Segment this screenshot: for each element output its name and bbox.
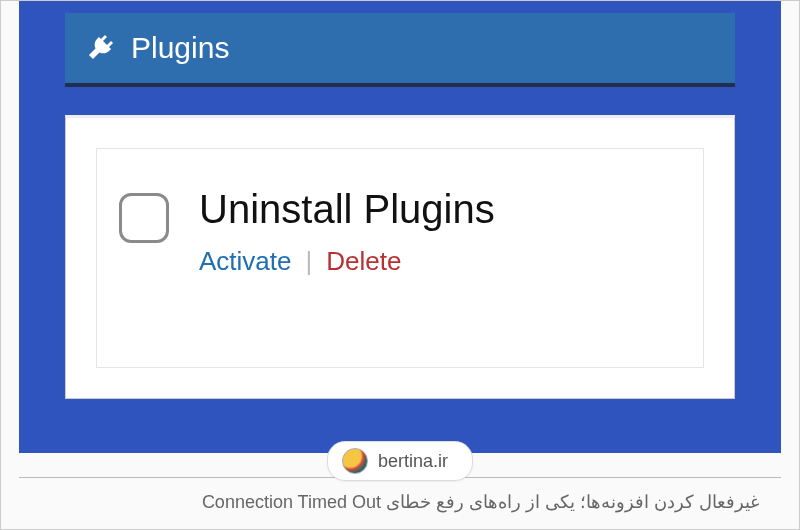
plugins-header: Plugins [65, 13, 735, 83]
plug-icon [83, 31, 117, 65]
plugin-card: Uninstall Plugins Activate | Delete [65, 115, 735, 399]
plugin-row: Uninstall Plugins Activate | Delete [96, 148, 704, 368]
header-title: Plugins [131, 31, 229, 65]
activate-link[interactable]: Activate [199, 246, 292, 277]
brand-badge: bertina.ir [327, 441, 473, 481]
image-caption: غیرفعال کردن افزونه‌ها؛ یکی از راه‌های ر… [1, 491, 781, 513]
brand-text: bertina.ir [378, 451, 448, 472]
plugin-title: Uninstall Plugins [199, 187, 495, 232]
action-separator: | [306, 246, 313, 277]
delete-link[interactable]: Delete [326, 246, 401, 277]
bertina-logo-icon [342, 448, 368, 474]
plugin-checkbox[interactable] [119, 193, 169, 243]
header-divider [65, 83, 735, 87]
plugin-actions: Activate | Delete [199, 246, 495, 277]
